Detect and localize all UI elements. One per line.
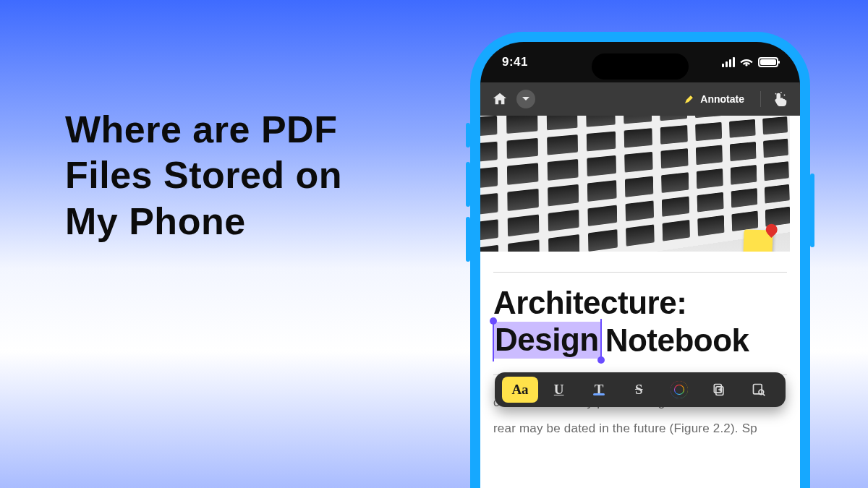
- document-image: [480, 116, 790, 252]
- selected-word-text: Design: [495, 322, 599, 357]
- wifi-icon: [740, 57, 753, 67]
- selection-handle-end[interactable]: [597, 356, 605, 364]
- squiggly-glyph: T: [595, 382, 604, 398]
- cellular-icon: [722, 57, 735, 67]
- document-title-line1: Architecture:: [493, 286, 787, 320]
- dynamic-island: [592, 53, 689, 80]
- tool-underline[interactable]: U: [540, 377, 578, 403]
- highlighter-icon: [683, 93, 696, 106]
- tool-search[interactable]: [740, 377, 778, 403]
- battery-icon: [758, 57, 778, 67]
- chevron-down-icon[interactable]: [516, 90, 535, 108]
- tool-strikeout[interactable]: S: [620, 377, 658, 403]
- phone-side-button: [810, 174, 814, 247]
- home-icon[interactable]: [492, 92, 508, 106]
- annotate-label: Annotate: [700, 93, 744, 105]
- app-toolbar: Annotate: [480, 82, 800, 116]
- phone-mockup: 9:41: [470, 32, 810, 488]
- phone-shell: 9:41: [470, 32, 810, 488]
- svg-point-0: [775, 93, 777, 95]
- sticky-note-icon[interactable]: [743, 229, 773, 252]
- divider: [493, 272, 787, 273]
- status-icons: [722, 57, 778, 67]
- selection-handle-start[interactable]: [490, 317, 497, 325]
- document-viewport[interactable]: Architecture: Design Notebook: [480, 116, 800, 488]
- tool-highlight[interactable]: Aa: [502, 377, 538, 403]
- body-line: rear may be dated in the future (Figure …: [493, 416, 787, 442]
- annotation-toolbar: Aa U T S: [495, 372, 786, 407]
- svg-point-1: [780, 92, 782, 93]
- svg-rect-3: [716, 387, 723, 395]
- touch-mode-icon[interactable]: [773, 91, 788, 107]
- divider: [760, 91, 761, 107]
- status-time: 9:41: [502, 55, 528, 69]
- svg-point-2: [784, 95, 786, 96]
- document-title-rest: Notebook: [605, 323, 749, 358]
- strike-glyph: S: [635, 382, 643, 398]
- phone-screen: 9:41: [480, 42, 800, 488]
- hero-headline: Where are PDF Files Stored on My Phone: [65, 107, 398, 244]
- annotate-button[interactable]: Annotate: [683, 93, 744, 106]
- tool-copy[interactable]: [699, 377, 738, 403]
- document-title[interactable]: Architecture: Design Notebook: [493, 286, 787, 359]
- tool-color[interactable]: [660, 377, 698, 403]
- selected-word[interactable]: Design: [493, 322, 601, 359]
- underline-glyph: U: [554, 382, 564, 398]
- tool-squiggly[interactable]: T: [579, 377, 618, 403]
- svg-rect-5: [754, 385, 762, 394]
- color-wheel-icon: [671, 381, 688, 398]
